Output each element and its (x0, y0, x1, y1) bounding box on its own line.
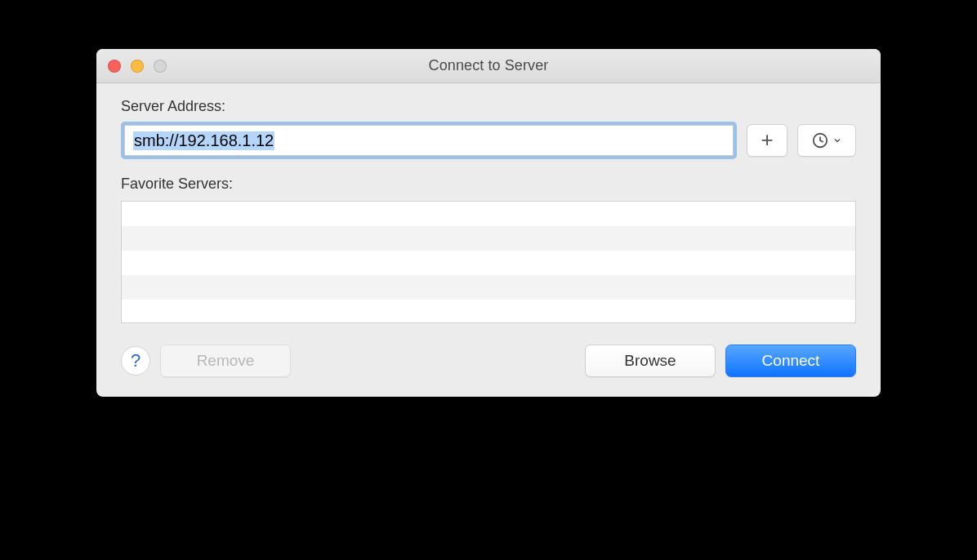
connect-button[interactable]: Connect (725, 344, 856, 377)
help-button[interactable]: ? (121, 346, 150, 376)
server-address-value: smb://192.168.1.12 (133, 131, 274, 150)
add-favorite-button[interactable]: + (747, 124, 787, 157)
address-row: smb://192.168.1.12 + (121, 122, 856, 159)
dialog-content: Server Address: smb://192.168.1.12 + (96, 83, 881, 397)
history-menu-button[interactable] (797, 124, 856, 157)
server-address-input[interactable]: smb://192.168.1.12 (124, 125, 734, 156)
plus-icon: + (761, 129, 773, 150)
clock-icon (811, 131, 829, 149)
remove-button[interactable]: Remove (160, 344, 291, 377)
minimize-window-button[interactable] (131, 60, 144, 73)
footer-buttons: ? Remove Browse Connect (121, 344, 856, 377)
favorite-servers-label: Favorite Servers: (121, 176, 856, 193)
list-item (122, 275, 855, 300)
close-window-button[interactable] (108, 60, 121, 73)
list-item (122, 251, 855, 275)
server-address-field-focus-ring: smb://192.168.1.12 (121, 122, 737, 159)
connect-to-server-window: Connect to Server Server Address: smb://… (96, 49, 881, 397)
chevron-down-icon (832, 136, 842, 145)
zoom-window-button[interactable] (154, 60, 167, 73)
traffic-lights (96, 60, 167, 73)
favorite-servers-list[interactable] (121, 201, 856, 323)
window-title: Connect to Server (96, 57, 881, 74)
server-address-label: Server Address: (121, 98, 856, 115)
browse-button[interactable]: Browse (585, 344, 716, 377)
titlebar[interactable]: Connect to Server (96, 49, 881, 83)
list-item (122, 226, 855, 251)
list-item (122, 202, 855, 226)
list-item (122, 300, 855, 323)
